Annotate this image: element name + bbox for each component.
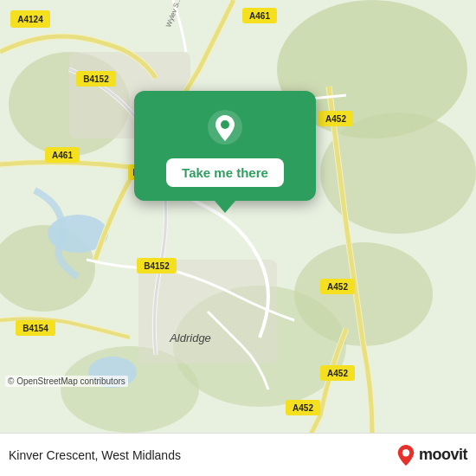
popup-card: Take me there <box>134 91 316 201</box>
svg-text:A452: A452 <box>327 369 348 378</box>
svg-text:A452: A452 <box>325 114 346 124</box>
take-me-there-button[interactable]: Take me there <box>166 158 284 187</box>
moovit-wordmark: moovit <box>419 446 467 464</box>
bottom-bar: Kinver Crescent, West Midlands moovit <box>0 433 476 476</box>
svg-text:A461: A461 <box>52 151 73 160</box>
svg-text:B4152: B4152 <box>83 74 109 84</box>
map-container[interactable]: A4124 A461 B4152 A452 A461 B4 B4152 A452… <box>0 0 476 433</box>
svg-text:A452: A452 <box>327 282 348 292</box>
moovit-pin-icon <box>396 444 415 466</box>
moovit-logo: moovit <box>396 444 467 466</box>
svg-point-37 <box>221 120 229 129</box>
osm-credit: © OpenStreetMap contributors <box>5 376 128 387</box>
svg-text:Aldridge: Aldridge <box>169 331 211 344</box>
svg-text:B4152: B4152 <box>144 261 170 271</box>
location-pin-icon <box>206 108 244 146</box>
svg-point-38 <box>402 449 409 456</box>
svg-text:B4154: B4154 <box>23 324 48 333</box>
location-text: Kinver Crescent, West Midlands <box>9 448 181 462</box>
svg-text:A4124: A4124 <box>17 15 43 24</box>
svg-text:A461: A461 <box>249 11 270 21</box>
svg-text:A452: A452 <box>293 403 313 413</box>
